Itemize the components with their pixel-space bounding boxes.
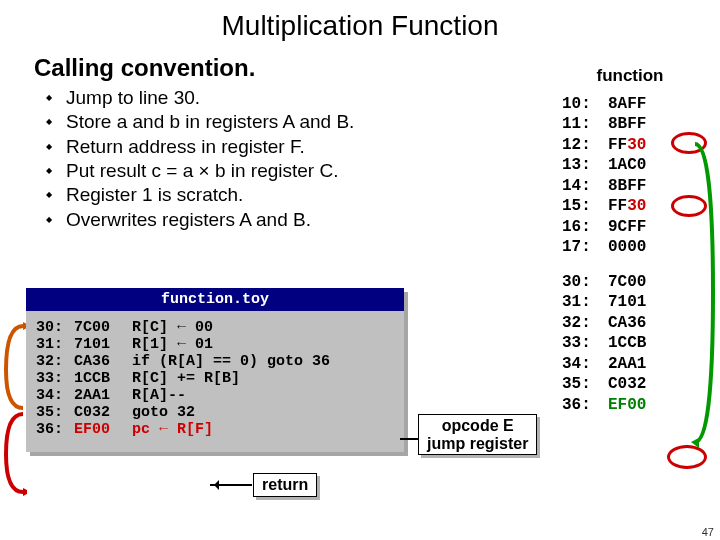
- annotation-return: return: [253, 473, 317, 497]
- code-addr: 35:: [36, 404, 74, 421]
- code-asm: goto 32: [132, 404, 195, 421]
- annotation-line: jump register: [427, 435, 528, 453]
- arrow-icon: [210, 484, 252, 486]
- code-hex: C032: [74, 404, 132, 421]
- mem-addr: 14:: [562, 176, 608, 196]
- mem-hex: 8BFF: [608, 176, 646, 196]
- code-addr: 36:: [36, 421, 74, 438]
- mem-hex: 9CFF: [608, 217, 646, 237]
- mem-addr: 32:: [562, 313, 608, 333]
- page-number: 47: [702, 526, 714, 538]
- arrow-icon: [400, 438, 418, 440]
- annotation-opcode: opcode E jump register: [418, 414, 537, 455]
- mem-addr: 31:: [562, 292, 608, 312]
- code-row: 30:7C00R[C] ← 00: [36, 319, 394, 336]
- mem-addr: 12:: [562, 135, 608, 155]
- mem-hex: 8BFF: [608, 114, 646, 134]
- mem-row: 15:FF30: [562, 196, 698, 216]
- code-asm: R[C] ← 00: [132, 319, 213, 336]
- code-row: 31:7101R[1] ← 01: [36, 336, 394, 353]
- code-addr: 32:: [36, 353, 74, 370]
- mem-hex: 1CCB: [608, 333, 646, 353]
- mem-hex: C032: [608, 374, 646, 394]
- code-row: 33:1CCBR[C] += R[B]: [36, 370, 394, 387]
- mem-row: 32:CA36: [562, 313, 698, 333]
- mem-hex: EF00: [608, 395, 646, 415]
- code-row: 34:2AA1R[A]--: [36, 387, 394, 404]
- mem-hex: 1AC0: [608, 155, 646, 175]
- mem-row: 34:2AA1: [562, 354, 698, 374]
- code-hex: 1CCB: [74, 370, 132, 387]
- mem-row: 14:8BFF: [562, 176, 698, 196]
- mem-hex: 8AFF: [608, 94, 646, 114]
- mem-addr: 34:: [562, 354, 608, 374]
- mem-addr: 33:: [562, 333, 608, 353]
- code-asm: pc ← R[F]: [132, 421, 213, 438]
- mem-addr: 36:: [562, 395, 608, 415]
- svg-marker-1: [23, 488, 27, 496]
- mem-row: 11:8BFF: [562, 114, 698, 134]
- mem-addr: 35:: [562, 374, 608, 394]
- mem-hex: 2AA1: [608, 354, 646, 374]
- mem-addr: 30:: [562, 272, 608, 292]
- code-addr: 30:: [36, 319, 74, 336]
- jump-arrow-icon: [691, 132, 715, 462]
- mem-hex: CA36: [608, 313, 646, 333]
- mem-hex: FF30: [608, 196, 646, 216]
- sidebar-label: function: [562, 66, 698, 86]
- mem-addr: 15:: [562, 196, 608, 216]
- code-hex: 7C00: [74, 319, 132, 336]
- slide-title: Multiplication Function: [0, 10, 720, 42]
- svg-marker-2: [691, 438, 699, 448]
- mem-hex: FF30: [608, 135, 646, 155]
- code-row: 36:EF00pc ← R[F]: [36, 421, 394, 438]
- mem-addr: 10:: [562, 94, 608, 114]
- mem-row: 31:7101: [562, 292, 698, 312]
- code-asm: R[A]--: [132, 387, 186, 404]
- code-listing-header: function.toy: [26, 288, 404, 311]
- mem-addr: 17:: [562, 237, 608, 257]
- mem-row: 35:C032: [562, 374, 698, 394]
- mem-row: 10:8AFF: [562, 94, 698, 114]
- code-hex: 7101: [74, 336, 132, 353]
- code-addr: 33:: [36, 370, 74, 387]
- code-hex: CA36: [74, 353, 132, 370]
- mem-hex: 7C00: [608, 272, 646, 292]
- mem-addr: 13:: [562, 155, 608, 175]
- code-row: 32:CA36if (R[A] == 0) goto 36: [36, 353, 394, 370]
- code-addr: 34:: [36, 387, 74, 404]
- mem-row: 13:1AC0: [562, 155, 698, 175]
- mem-row: 30:7C00: [562, 272, 698, 292]
- mem-hex: 7101: [608, 292, 646, 312]
- mem-row: 16:9CFF: [562, 217, 698, 237]
- mem-row: 36:EF00: [562, 395, 698, 415]
- code-addr: 31:: [36, 336, 74, 353]
- code-listing-panel: function.toy 30:7C00R[C] ← 00 31:7101R[1…: [26, 288, 404, 452]
- code-hex: EF00: [74, 421, 132, 438]
- mem-row: 17:0000: [562, 237, 698, 257]
- memory-sidebar: function 10:8AFF 11:8BFF 12:FF30 13:1AC0…: [562, 66, 698, 415]
- mem-hex: 0000: [608, 237, 646, 257]
- mem-addr: 11:: [562, 114, 608, 134]
- code-listing-body: 30:7C00R[C] ← 00 31:7101R[1] ← 01 32:CA3…: [26, 311, 404, 452]
- mem-row: 12:FF30: [562, 135, 698, 155]
- code-asm: if (R[A] == 0) goto 36: [132, 353, 330, 370]
- mem-addr: 16:: [562, 217, 608, 237]
- code-asm: R[1] ← 01: [132, 336, 213, 353]
- code-bracket-icon: [3, 320, 27, 498]
- mem-row: 33:1CCB: [562, 333, 698, 353]
- annotation-line: opcode E: [427, 417, 528, 435]
- code-row: 35:C032goto 32: [36, 404, 394, 421]
- code-hex: 2AA1: [74, 387, 132, 404]
- code-asm: R[C] += R[B]: [132, 370, 240, 387]
